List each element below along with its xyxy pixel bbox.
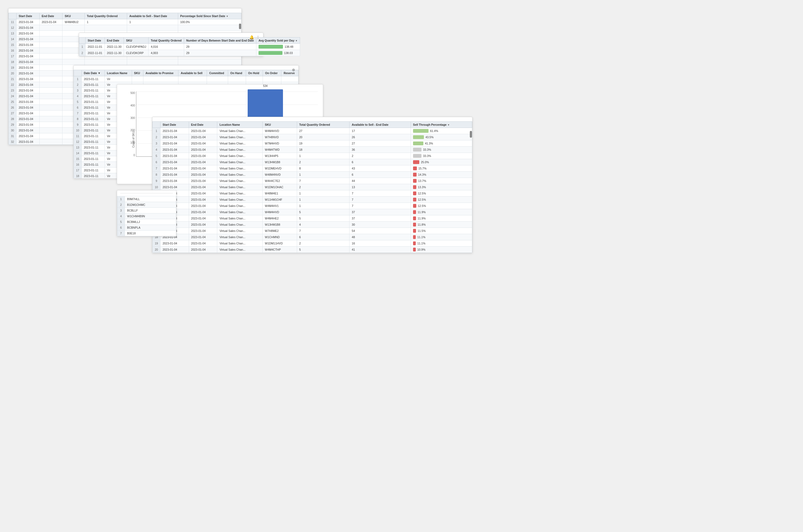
- start-date: 2023-01-04: [16, 48, 39, 54]
- row-num: 1: [117, 196, 125, 202]
- end-date: [39, 93, 62, 99]
- date: 2023-01-11: [81, 93, 104, 99]
- avail: 2: [349, 153, 410, 159]
- total-qty: 1: [297, 190, 349, 196]
- avg-row-1: 1 2022-11-01 2022-11-30 CLEVDP4PADJ 4,01…: [79, 44, 300, 50]
- col-sku[interactable]: SKU: [62, 13, 84, 19]
- avg-qty-panel: 🔔 ⋮ Start Date End Date SKU Total Quanti…: [79, 33, 263, 56]
- pct: 33.3%: [410, 153, 472, 159]
- date: 2023-01-11: [81, 145, 104, 150]
- col-avg[interactable]: Avg Quantity Sold per Day ▼: [256, 37, 300, 44]
- y-label: 500: [123, 92, 135, 95]
- total-qty: 27: [297, 128, 349, 134]
- sell-through-row: 2 2023-01-04 2023-01-04 Virtual Sales Ch…: [153, 134, 472, 140]
- pct-bar: [413, 160, 419, 164]
- col-sell[interactable]: Available to Sell: [178, 70, 207, 76]
- loc: Vir: [104, 76, 132, 82]
- more-icon[interactable]: ⋮: [256, 35, 260, 39]
- sku: W4H4C7E2: [263, 178, 297, 184]
- end-date: [39, 71, 62, 76]
- col-end[interactable]: End Date: [189, 122, 217, 128]
- avail: 6: [349, 159, 410, 165]
- row-num: 13: [74, 145, 82, 150]
- col-sku[interactable]: SKU: [124, 37, 149, 44]
- sku: B0E18: [125, 231, 176, 236]
- col-pct[interactable]: Sell Through Percentage ▼: [410, 122, 472, 128]
- sku: W48M4NVD: [263, 172, 297, 178]
- col-avail[interactable]: Available to Sell - End Date: [349, 122, 410, 128]
- loc: Virtual Sales Chan...: [217, 147, 263, 153]
- end-date: [39, 88, 62, 93]
- pct-bar: [413, 173, 417, 176]
- date: 2023-01-11: [81, 168, 104, 173]
- sell-through-row: 15 2023-01-04 2023-01-04 Virtual Sales C…: [153, 215, 472, 222]
- loc: Virtual Sales Chan...: [217, 165, 263, 172]
- sku: BCBLLF: [125, 208, 176, 213]
- end-date: [39, 42, 62, 48]
- start-date: 2023-01-04: [160, 247, 189, 253]
- avail: 43: [349, 165, 410, 172]
- end-date: 2023-01-04: [189, 228, 217, 234]
- avg-qty-title: [79, 33, 263, 37]
- historical-row: 1 2023-01-11 Vir: [74, 76, 299, 82]
- col-days[interactable]: Number of Days Between Start Date and En…: [184, 37, 256, 44]
- end-date: 2023-01-04: [189, 153, 217, 159]
- globe-icon[interactable]: ⊕: [292, 68, 295, 72]
- row-num: 26: [9, 105, 17, 111]
- end-date: 2022-11-30: [104, 50, 124, 56]
- col-sku[interactable]: SKU: [263, 122, 297, 128]
- loc: Virtual Sales Chan...: [217, 240, 263, 247]
- end-date: 2023-01-04: [189, 165, 217, 172]
- sell-through-row: 6 2023-01-04 2023-01-04 Virtual Sales Ch…: [153, 159, 472, 165]
- avail: 36: [349, 147, 410, 153]
- y-label: 300: [123, 116, 135, 119]
- col-sku[interactable]: SKU: [132, 70, 143, 76]
- col-avail[interactable]: Available to Sell - Start Date: [127, 13, 178, 19]
- col-promise[interactable]: Available to Promise: [143, 70, 178, 76]
- end-date: 2023-01-04: [189, 203, 217, 209]
- col-on-hand[interactable]: On Hand: [228, 70, 246, 76]
- col-loc[interactable]: Location Name: [104, 70, 132, 76]
- col-total[interactable]: Total Quantity Ordered: [297, 122, 349, 128]
- y-label: 400: [123, 104, 135, 107]
- avail: 6: [349, 172, 410, 178]
- col-loc[interactable]: Location Name: [217, 122, 263, 128]
- row-num: 12: [74, 139, 82, 145]
- sku: BCBNPLA: [125, 225, 176, 231]
- col-start-date[interactable]: Start Date: [16, 13, 39, 19]
- col-reserve[interactable]: Reserve: [281, 70, 299, 76]
- col-end[interactable]: End Date: [104, 37, 124, 44]
- col-on-order[interactable]: On Order: [263, 70, 281, 76]
- col-start[interactable]: Start Date: [160, 122, 189, 128]
- row-num: 29: [9, 122, 17, 128]
- row-num: 6: [74, 105, 82, 111]
- row-num: 5: [74, 99, 82, 105]
- pct: 11.1%: [410, 240, 472, 247]
- pct: 11.8%: [410, 222, 472, 228]
- avail: 37: [349, 215, 410, 222]
- percent-row: 12 2023-01-04: [9, 25, 242, 31]
- col-num: [74, 70, 82, 76]
- col-on-hold[interactable]: On Hold: [246, 70, 263, 76]
- col-pct[interactable]: Percentage Sold Since Start Date ▼: [178, 13, 241, 19]
- col-end-date[interactable]: End Date: [39, 13, 62, 19]
- date: 2023-01-11: [81, 173, 104, 179]
- col-total[interactable]: Total Quantity Ordered: [149, 37, 184, 44]
- col-total-qty[interactable]: Total Quantity Ordered: [84, 13, 127, 19]
- pct: 43.5%: [410, 134, 472, 140]
- sell-through-row: 7 2023-01-04 2023-01-04 Virtual Sales Ch…: [153, 165, 472, 172]
- row-num: 11: [74, 133, 82, 139]
- avg-row-2: 2 2022-11-01 2022-11-30 CLEVDKORP 4,003 …: [79, 50, 300, 56]
- avail: 17: [349, 128, 410, 134]
- avail: 1: [127, 19, 178, 25]
- y-label: 0: [123, 154, 135, 157]
- sku: [62, 59, 84, 65]
- start-date: 2023-01-04: [16, 133, 39, 139]
- col-start[interactable]: Start Date: [85, 37, 104, 44]
- pct-bar: [413, 191, 416, 195]
- row-num: 7: [74, 111, 82, 116]
- row-num: 16: [9, 48, 17, 54]
- col-committed[interactable]: Committed: [207, 70, 228, 76]
- bell-icon[interactable]: 🔔: [249, 35, 254, 39]
- col-date[interactable]: Date Date ▼: [81, 70, 104, 76]
